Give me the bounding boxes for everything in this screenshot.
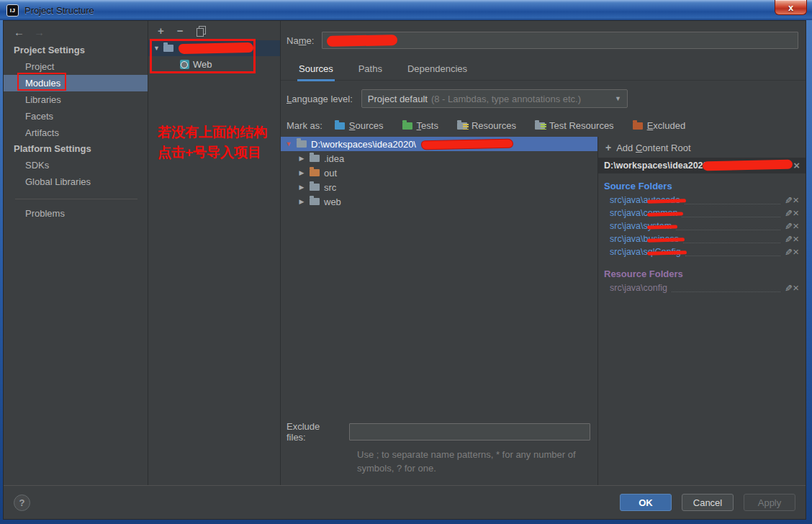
- remove-content-root-icon[interactable]: ×: [793, 161, 800, 170]
- sidebar-item-facets[interactable]: Facets: [4, 108, 148, 125]
- source-folder-path: src\java\autocode: [610, 195, 680, 205]
- exclude-files-input[interactable]: [349, 423, 590, 441]
- source-folder-row[interactable]: src\java\business ✎ ×: [598, 232, 806, 245]
- help-button[interactable]: ?: [14, 494, 30, 511]
- tree-row-content-root[interactable]: ▼ D:\workspaces\idea2020\: [281, 137, 597, 151]
- window-close-button[interactable]: x: [775, 0, 807, 15]
- resource-folder-path: src\java\config: [610, 283, 667, 293]
- plus-icon: +: [605, 142, 611, 153]
- add-module-icon[interactable]: +: [158, 25, 164, 36]
- tree-row-out[interactable]: ▶ out: [281, 166, 597, 180]
- modules-list-panel: + − ▼ Web 若没有上面的结构 点击+号导入项目: [148, 21, 281, 485]
- module-facet-row-web[interactable]: Web: [148, 56, 280, 72]
- tab-dependencies[interactable]: Dependencies: [406, 63, 469, 80]
- main-area: ← → Project Settings Project Modules Lib…: [4, 21, 806, 485]
- edit-pencil-icon[interactable]: ✎: [785, 283, 793, 294]
- module-name-input[interactable]: [322, 32, 798, 49]
- back-arrow-icon[interactable]: ←: [14, 26, 24, 38]
- chevron-down-icon[interactable]: ▼: [285, 140, 292, 148]
- mark-sources-button[interactable]: Sources: [328, 120, 390, 131]
- folder-icon: [310, 198, 320, 205]
- chevron-right-icon[interactable]: ▶: [298, 155, 305, 162]
- add-content-root-button[interactable]: + Add Content Root: [598, 137, 806, 158]
- sources-split: ▼ D:\workspaces\idea2020\ ▶ .idea ▶: [281, 137, 806, 485]
- tab-sources[interactable]: Sources: [297, 63, 335, 81]
- cancel-button[interactable]: Cancel: [682, 494, 734, 511]
- copy-module-icon[interactable]: [197, 26, 204, 35]
- resource-folder-row[interactable]: src\java\config ✎ ×: [598, 281, 806, 294]
- excluded-folder-icon: [633, 122, 643, 130]
- sidebar-item-global-libraries[interactable]: Global Libraries: [4, 173, 148, 190]
- sidebar-item-libraries[interactable]: Libraries: [4, 91, 148, 108]
- mark-excluded-button[interactable]: Excluded: [626, 120, 692, 131]
- source-folder-row[interactable]: src\java\common ✎ ×: [598, 207, 806, 220]
- edit-pencil-icon[interactable]: ✎: [785, 247, 793, 258]
- mark-resources-button[interactable]: Resources: [451, 120, 523, 131]
- mark-test-resources-button[interactable]: Test Resources: [528, 120, 621, 131]
- edit-pencil-icon[interactable]: ✎: [785, 208, 793, 219]
- sidebar-item-problems[interactable]: Problems: [4, 205, 148, 222]
- chevron-right-icon[interactable]: ▶: [298, 169, 305, 176]
- edit-pencil-icon[interactable]: ✎: [785, 195, 793, 206]
- remove-folder-icon[interactable]: ×: [793, 248, 799, 256]
- ok-button[interactable]: OK: [620, 494, 672, 511]
- source-folder-row[interactable]: src\java\system ✎ ×: [598, 220, 806, 232]
- sidebar-item-artifacts[interactable]: Artifacts: [4, 125, 148, 141]
- sidebar-item-modules[interactable]: Modules: [4, 75, 148, 91]
- source-folder-row[interactable]: src\java\sqlConfig ✎ ×: [598, 245, 806, 258]
- settings-sidebar: ← → Project Settings Project Modules Lib…: [4, 21, 148, 485]
- apply-button: Apply: [744, 494, 795, 511]
- source-folder-path: src\java\sqlConfig: [610, 247, 681, 257]
- question-mark-icon: ?: [19, 497, 25, 508]
- remove-folder-icon[interactable]: ×: [793, 284, 799, 292]
- resources-folder-icon: [457, 122, 467, 130]
- module-tree-row[interactable]: ▼: [148, 40, 280, 56]
- chevron-right-icon[interactable]: ▶: [298, 198, 305, 205]
- web-facet-label: Web: [193, 59, 212, 70]
- exclude-files-label: Exclude files:: [287, 421, 340, 443]
- tree-label-web: web: [324, 196, 341, 207]
- remove-folder-icon[interactable]: ×: [793, 235, 799, 243]
- module-folder-icon: [163, 45, 173, 52]
- resource-folders-header: Resource Folders: [598, 258, 806, 281]
- remove-folder-icon[interactable]: ×: [793, 196, 799, 204]
- source-folders-header: Source Folders: [598, 173, 806, 194]
- window-titlebar[interactable]: IJ Project Structure x: [0, 0, 812, 20]
- sidebar-item-project[interactable]: Project: [4, 58, 148, 75]
- edit-pencil-icon[interactable]: ✎: [785, 234, 793, 245]
- modules-toolbar: + −: [148, 21, 280, 40]
- tree-row-src[interactable]: ▶ src: [281, 180, 597, 194]
- dotted-leader: [676, 222, 780, 230]
- mark-tests-button[interactable]: Tests: [396, 120, 445, 131]
- remove-folder-icon[interactable]: ×: [793, 222, 799, 230]
- annotation-line-2: 点击+号导入项目: [158, 143, 267, 163]
- dotted-leader: [672, 284, 780, 292]
- language-level-value: Project default: [368, 94, 428, 104]
- tests-folder-icon: [402, 122, 412, 130]
- source-folder-path: src\java\business: [610, 234, 679, 244]
- remove-module-icon[interactable]: −: [177, 25, 184, 36]
- folder-icon: [297, 140, 307, 148]
- dialog-footer: ? OK Cancel Apply: [4, 485, 806, 519]
- tree-row-idea[interactable]: ▶ .idea: [281, 151, 597, 166]
- tab-paths[interactable]: Paths: [357, 63, 384, 80]
- sidebar-item-sdks[interactable]: SDKs: [4, 157, 148, 173]
- test-resources-folder-icon: [535, 122, 545, 130]
- source-folder-row[interactable]: src\java\autocode ✎ ×: [598, 194, 806, 207]
- forward-arrow-icon[interactable]: →: [34, 26, 45, 38]
- mark-resources-label: Resources: [472, 120, 516, 131]
- content-root-header[interactable]: D:\workspaces\idea2020\ ×: [598, 158, 806, 173]
- edit-pencil-icon[interactable]: ✎: [785, 221, 793, 232]
- content-root-redaction: [421, 138, 513, 150]
- chevron-right-icon[interactable]: ▶: [298, 184, 305, 191]
- folder-icon: [310, 184, 320, 191]
- project-structure-dialog: ← → Project Settings Project Modules Lib…: [3, 20, 806, 520]
- chevron-down-icon[interactable]: ▼: [153, 45, 160, 52]
- content-root-header-redaction: [703, 160, 793, 171]
- tree-row-web[interactable]: ▶ web: [281, 194, 597, 209]
- language-level-select[interactable]: Project default (8 - Lambdas, type annot…: [361, 89, 628, 108]
- add-content-root-label: Add Content Root: [616, 143, 690, 153]
- content-root-tree: ▼ D:\workspaces\idea2020\ ▶ .idea ▶: [281, 137, 597, 417]
- remove-folder-icon[interactable]: ×: [793, 209, 799, 217]
- redaction-stroke: [647, 225, 677, 229]
